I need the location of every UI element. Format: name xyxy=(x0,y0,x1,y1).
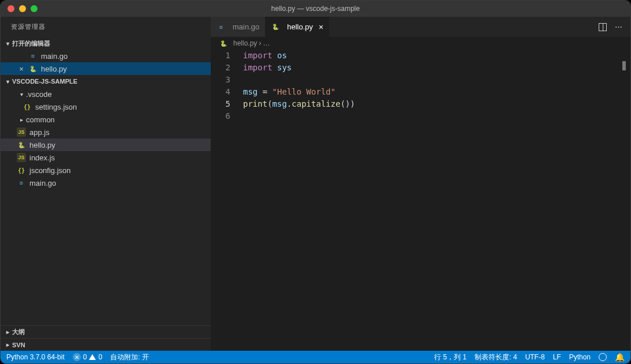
folder-header[interactable]: ▾ VSCODE-JS-SAMPLE xyxy=(1,75,211,88)
python-file-icon: 🐍 xyxy=(219,39,228,48)
error-icon: ✕ xyxy=(73,353,81,361)
status-encoding[interactable]: UTF-8 xyxy=(525,353,545,361)
svn-label: SVN xyxy=(12,342,25,348)
chevron-down-icon: ▾ xyxy=(3,40,12,47)
line-number: 2 xyxy=(211,62,230,74)
breadcrumb-file: hello.py xyxy=(233,39,257,47)
editor-tab-active[interactable]: 🐍 hello.py × xyxy=(265,17,329,37)
sidebar-bottom: ▸ 大纲 ▸ SVN xyxy=(1,325,211,351)
status-feedback-icon[interactable] xyxy=(599,353,607,361)
tree-label: common xyxy=(26,115,55,124)
minimize-window-button[interactable] xyxy=(19,5,26,12)
close-window-button[interactable] xyxy=(8,5,14,12)
go-file-icon: ⊡ xyxy=(216,22,226,32)
code-editor[interactable]: 1 2 3 4 5 6 import osimport sys msg = "H… xyxy=(211,50,630,351)
chevron-right-icon: ▸ xyxy=(3,329,12,335)
tab-label: main.go xyxy=(233,22,259,31)
go-file-icon: ⊡ xyxy=(17,178,26,187)
tab-row: ⊡ main.go 🐍 hello.py × ⋯ xyxy=(211,17,630,37)
tree-file[interactable]: JS index.js xyxy=(1,151,211,164)
open-editors-header[interactable]: ▾ 打开的编辑器 xyxy=(1,37,211,50)
go-file-icon: ⊡ xyxy=(28,51,38,61)
smile-icon xyxy=(599,353,607,361)
tree-label: index.js xyxy=(29,153,55,162)
open-editor-item[interactable]: ⊡ main.go xyxy=(1,50,211,62)
js-file-icon: JS xyxy=(17,153,26,162)
editor-area: ⊡ main.go 🐍 hello.py × ⋯ 🐍 hello.py › … xyxy=(211,17,630,351)
folder-name: VSCODE-JS-SAMPLE xyxy=(12,78,77,85)
breadcrumb-sep: › xyxy=(259,39,261,47)
status-bar: Python 3.7.0 64-bit ✕0 0 自动附加: 开 行 5，列 1… xyxy=(1,351,630,363)
tree-file[interactable]: 🐍 hello.py xyxy=(1,138,211,151)
tree-label: settings.json xyxy=(35,103,77,111)
close-icon[interactable]: × xyxy=(17,65,26,73)
tree-label: main.go xyxy=(29,179,56,187)
python-file-icon: 🐍 xyxy=(271,22,280,32)
code-content[interactable]: import osimport sys msg = "Hello World"p… xyxy=(243,50,630,351)
breadcrumb-more: … xyxy=(263,39,270,47)
chevron-right-icon: ▸ xyxy=(3,342,12,348)
more-icon[interactable]: ⋯ xyxy=(615,22,622,31)
tree-folder[interactable]: ▸ common xyxy=(1,113,211,126)
tree-label: hello.py xyxy=(29,141,55,149)
tab-label: hello.py xyxy=(287,22,313,31)
tab-actions: ⋯ xyxy=(599,17,630,37)
tree-label: app.js xyxy=(29,128,50,137)
titlebar[interactable]: hello.py — vscode-js-sample xyxy=(1,1,630,17)
editor-tab[interactable]: ⊡ main.go xyxy=(211,17,265,37)
status-problems[interactable]: ✕0 0 xyxy=(73,353,102,361)
tree-folder[interactable]: ▾ .vscode xyxy=(1,88,211,100)
chevron-right-icon: ▸ xyxy=(17,117,26,123)
line-number: 6 xyxy=(211,110,230,122)
status-tab-size[interactable]: 制表符长度: 4 xyxy=(475,352,517,362)
open-editor-item[interactable]: × 🐍 hello.py xyxy=(1,62,211,75)
main-body: 资源管理器 ▾ 打开的编辑器 ⊡ main.go × 🐍 hello.py ▾ … xyxy=(1,17,630,351)
status-language[interactable]: Python xyxy=(569,353,591,361)
open-editors-label: 打开的编辑器 xyxy=(12,39,50,48)
minimap-highlight xyxy=(622,61,626,70)
warning-icon xyxy=(89,354,96,360)
line-number: 5 xyxy=(211,98,230,110)
status-notifications-icon[interactable]: 🔔 xyxy=(615,352,625,362)
minimap[interactable] xyxy=(621,50,630,351)
tree-label: jsconfig.json xyxy=(29,166,71,175)
json-file-icon: {} xyxy=(23,102,32,111)
placeholder-icon xyxy=(17,52,26,61)
chevron-down-icon: ▾ xyxy=(17,91,26,97)
traffic-lights xyxy=(1,5,38,12)
sidebar-header: 资源管理器 xyxy=(1,17,211,37)
status-auto-attach[interactable]: 自动附加: 开 xyxy=(110,352,149,362)
tree-file[interactable]: ⊡ main.go xyxy=(1,177,211,189)
status-python-version[interactable]: Python 3.7.0 64-bit xyxy=(6,353,65,361)
outline-label: 大纲 xyxy=(12,328,25,336)
js-file-icon: JS xyxy=(17,127,26,137)
split-editor-icon[interactable] xyxy=(599,23,607,31)
status-line-col[interactable]: 行 5，列 1 xyxy=(434,352,466,362)
tree-file[interactable]: {} jsconfig.json xyxy=(1,164,211,177)
chevron-down-icon: ▾ xyxy=(3,78,12,85)
json-file-icon: {} xyxy=(17,166,26,175)
line-number: 3 xyxy=(211,74,230,86)
tree-file[interactable]: JS app.js xyxy=(1,126,211,138)
open-editor-name: hello.py xyxy=(41,65,67,73)
tree-file[interactable]: {} settings.json xyxy=(1,100,211,113)
tree-label: .vscode xyxy=(26,90,52,99)
python-file-icon: 🐍 xyxy=(28,64,38,73)
app-window: hello.py — vscode-js-sample 资源管理器 ▾ 打开的编… xyxy=(0,0,631,364)
line-number: 1 xyxy=(211,50,230,62)
close-icon[interactable]: × xyxy=(319,22,323,32)
svn-header[interactable]: ▸ SVN xyxy=(1,338,211,351)
sidebar: 资源管理器 ▾ 打开的编辑器 ⊡ main.go × 🐍 hello.py ▾ … xyxy=(1,17,211,351)
breadcrumb[interactable]: 🐍 hello.py › … xyxy=(211,37,630,50)
status-eol[interactable]: LF xyxy=(553,353,561,361)
line-gutter: 1 2 3 4 5 6 xyxy=(211,50,243,351)
maximize-window-button[interactable] xyxy=(31,5,38,12)
line-number: 4 xyxy=(211,86,230,98)
open-editor-name: main.go xyxy=(41,52,68,61)
window-title: hello.py — vscode-js-sample xyxy=(271,5,360,13)
python-file-icon: 🐍 xyxy=(17,140,26,149)
outline-header[interactable]: ▸ 大纲 xyxy=(1,325,211,338)
